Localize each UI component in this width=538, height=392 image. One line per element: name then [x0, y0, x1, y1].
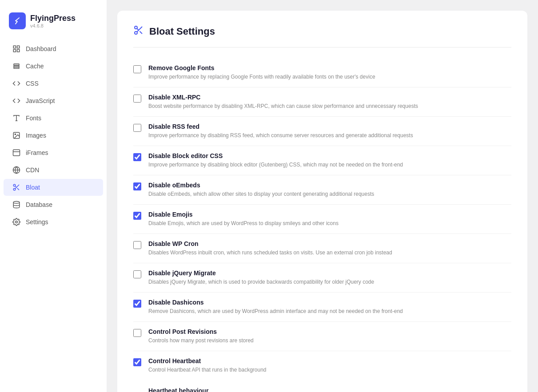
- database-icon: [12, 201, 20, 209]
- nav-label-database: Database: [26, 201, 52, 208]
- setting-desc-remove-google-fonts: Improve performance by replacing Google …: [148, 73, 511, 81]
- setting-label-control-post-revisions: Control Post Revisions: [148, 328, 511, 335]
- setting-desc-disable-jquery-migrate: Disables jQuery Migrate, which is used t…: [148, 278, 511, 286]
- setting-desc-disable-block-editor-css: Improve performance by disabling block e…: [148, 161, 511, 169]
- nav-label-javascript: JavaScript: [26, 97, 55, 104]
- bloat-icon: [12, 183, 20, 191]
- images-icon: [12, 131, 20, 139]
- setting-info-disable-jquery-migrate: Disable jQuery MigrateDisables jQuery Mi…: [148, 269, 511, 286]
- sidebar: FlyingPress v4.6.8 Dashboard Cache CSS J…: [0, 0, 107, 392]
- setting-desc-disable-oembeds: Disable oEmbeds, which allow other sites…: [148, 190, 511, 198]
- grid-icon: [12, 45, 20, 53]
- heartbeat-behaviour-title: Heartbeat behaviour: [148, 387, 511, 392]
- cdn-icon: [12, 166, 20, 174]
- setting-info-control-post-revisions: Control Post RevisionsControls how many …: [148, 328, 511, 344]
- logo-icon: [9, 12, 26, 29]
- checkbox-disable-rss-feed[interactable]: [133, 124, 141, 132]
- sidebar-item-database[interactable]: Database: [4, 196, 103, 213]
- setting-desc-disable-dashicons: Remove Dashicons, which are used by Word…: [148, 307, 511, 315]
- nav-label-settings: Settings: [26, 218, 48, 226]
- app-name: FlyingPress: [30, 14, 76, 23]
- app-version: v4.6.8: [30, 23, 76, 28]
- setting-desc-disable-xml-rpc: Boost website performance by disabling X…: [148, 102, 511, 110]
- setting-label-disable-emojis: Disable Emojis: [148, 211, 511, 218]
- setting-row-disable-wp-cron: Disable WP CronDisables WordPress inbuil…: [133, 234, 511, 263]
- setting-label-disable-xml-rpc: Disable XML-RPC: [148, 94, 511, 101]
- checkbox-remove-google-fonts[interactable]: [133, 65, 141, 73]
- fonts-icon: [12, 114, 20, 122]
- sidebar-item-settings[interactable]: Settings: [4, 214, 103, 230]
- main-content: Bloat Settings Remove Google FontsImprov…: [107, 0, 538, 392]
- js-icon: [12, 97, 20, 105]
- nav-label-cdn: CDN: [26, 166, 39, 174]
- setting-row-disable-jquery-migrate: Disable jQuery MigrateDisables jQuery Mi…: [133, 263, 511, 293]
- settings-list: Remove Google FontsImprove performance b…: [133, 58, 511, 380]
- checkbox-disable-block-editor-css[interactable]: [133, 153, 141, 161]
- setting-info-disable-xml-rpc: Disable XML-RPCBoost website performance…: [148, 94, 511, 110]
- nav-label-css: CSS: [26, 80, 39, 87]
- setting-info-disable-rss-feed: Disable RSS feedImprove performance by d…: [148, 123, 511, 139]
- sidebar-item-bloat[interactable]: Bloat: [4, 179, 103, 196]
- checkbox-disable-jquery-migrate[interactable]: [133, 270, 141, 278]
- setting-label-control-heartbeat: Control Heartbeat: [148, 357, 511, 364]
- page-title: Bloat Settings: [149, 26, 215, 37]
- sidebar-item-css[interactable]: CSS: [4, 75, 103, 92]
- setting-row-disable-block-editor-css: Disable Block editor CSSImprove performa…: [133, 146, 511, 175]
- logo-text: FlyingPress v4.6.8: [30, 14, 76, 28]
- setting-desc-disable-rss-feed: Improve performance by disabling RSS fee…: [148, 131, 511, 139]
- setting-desc-control-heartbeat: Control Heartbeat API that runs in the b…: [148, 366, 511, 374]
- setting-info-disable-emojis: Disable EmojisDisable Emojis, which are …: [148, 211, 511, 227]
- setting-row-remove-google-fonts: Remove Google FontsImprove performance b…: [133, 58, 511, 87]
- checkbox-disable-dashicons[interactable]: [133, 300, 141, 308]
- setting-label-disable-block-editor-css: Disable Block editor CSS: [148, 152, 511, 159]
- setting-label-disable-wp-cron: Disable WP Cron: [148, 240, 511, 247]
- nav-label-cache: Cache: [26, 63, 44, 70]
- checkbox-disable-oembeds[interactable]: [133, 182, 141, 190]
- setting-desc-disable-emojis: Disable Emojis, which are used by WordPr…: [148, 219, 511, 227]
- logo: FlyingPress v4.6.8: [0, 9, 107, 40]
- setting-info-remove-google-fonts: Remove Google FontsImprove performance b…: [148, 64, 511, 81]
- checkbox-control-post-revisions[interactable]: [133, 329, 141, 337]
- sidebar-item-cache[interactable]: Cache: [4, 58, 103, 75]
- setting-label-disable-dashicons: Disable Dashicons: [148, 299, 511, 306]
- setting-row-control-post-revisions: Control Post RevisionsControls how many …: [133, 322, 511, 351]
- page-header: Bloat Settings: [133, 25, 511, 48]
- cache-icon: [12, 62, 20, 70]
- nav-label-bloat: Bloat: [26, 184, 40, 191]
- checkbox-control-heartbeat[interactable]: [133, 358, 141, 366]
- sidebar-item-images[interactable]: Images: [4, 127, 103, 144]
- setting-info-disable-wp-cron: Disable WP CronDisables WordPress inbuil…: [148, 240, 511, 257]
- page-header-icon: [133, 25, 144, 38]
- css-icon: [12, 79, 20, 87]
- setting-info-disable-block-editor-css: Disable Block editor CSSImprove performa…: [148, 152, 511, 169]
- sidebar-item-dashboard[interactable]: Dashboard: [4, 40, 103, 57]
- sidebar-item-cdn[interactable]: CDN: [4, 162, 103, 178]
- setting-row-disable-dashicons: Disable DashiconsRemove Dashicons, which…: [133, 293, 511, 322]
- iframes-icon: [12, 149, 20, 157]
- nav-label-fonts: Fonts: [26, 115, 41, 122]
- checkbox-disable-emojis[interactable]: [133, 212, 141, 220]
- settings-icon: [12, 218, 20, 226]
- setting-row-disable-xml-rpc: Disable XML-RPCBoost website performance…: [133, 87, 511, 117]
- nav-label-dashboard: Dashboard: [26, 45, 56, 52]
- setting-label-disable-rss-feed: Disable RSS feed: [148, 123, 511, 130]
- setting-row-disable-oembeds: Disable oEmbedsDisable oEmbeds, which al…: [133, 175, 511, 205]
- content-card: Bloat Settings Remove Google FontsImprov…: [117, 11, 527, 392]
- setting-desc-disable-wp-cron: Disables WordPress inbuilt cron, which r…: [148, 249, 511, 257]
- setting-label-disable-oembeds: Disable oEmbeds: [148, 182, 511, 189]
- setting-desc-control-post-revisions: Controls how many post revisions are sto…: [148, 337, 511, 344]
- heartbeat-section: Heartbeat behaviour Control how Heartbea…: [148, 380, 511, 392]
- checkbox-disable-xml-rpc[interactable]: [133, 95, 141, 103]
- sidebar-item-iframes[interactable]: iFrames: [4, 144, 103, 161]
- sidebar-item-javascript[interactable]: JavaScript: [4, 92, 103, 109]
- sidebar-item-fonts[interactable]: Fonts: [4, 110, 103, 127]
- setting-info-control-heartbeat: Control HeartbeatControl Heartbeat API t…: [148, 357, 511, 374]
- checkbox-disable-wp-cron[interactable]: [133, 241, 141, 249]
- setting-row-control-heartbeat: Control HeartbeatControl Heartbeat API t…: [133, 351, 511, 380]
- setting-info-disable-oembeds: Disable oEmbedsDisable oEmbeds, which al…: [148, 182, 511, 198]
- setting-label-remove-google-fonts: Remove Google Fonts: [148, 64, 511, 71]
- nav-label-iframes: iFrames: [26, 149, 48, 156]
- setting-row-disable-rss-feed: Disable RSS feedImprove performance by d…: [133, 117, 511, 146]
- setting-row-disable-emojis: Disable EmojisDisable Emojis, which are …: [133, 205, 511, 234]
- setting-label-disable-jquery-migrate: Disable jQuery Migrate: [148, 269, 511, 277]
